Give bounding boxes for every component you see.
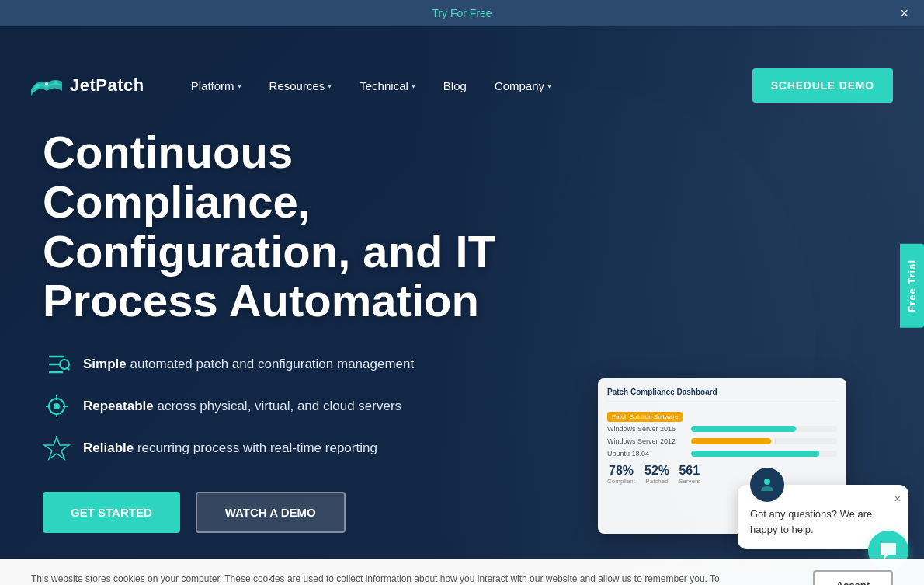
banner-close-icon[interactable]: × <box>900 5 908 22</box>
dash-bar-bg <box>691 426 837 432</box>
feature-2-text: Repeatable across physical, virtual, and… <box>83 397 401 416</box>
dash-bar-bg <box>691 438 837 444</box>
feature-3-text: Reliable recurring process with real-tim… <box>83 439 377 458</box>
svg-point-2 <box>35 84 40 89</box>
nav-company-label: Company <box>495 79 544 92</box>
hero-feature-2: Repeatable across physical, virtual, and… <box>43 392 571 420</box>
accept-cookies-button[interactable]: Accept <box>813 570 893 585</box>
dashboard-highlight: Patch Solution Software <box>607 412 683 422</box>
dash-bar-bg <box>691 451 837 457</box>
feature-2-strong: Repeatable <box>83 399 154 413</box>
nav-resources[interactable]: Resources ▾ <box>269 79 332 92</box>
hero-buttons: GET STARTED WATCH A DEMO <box>43 492 571 533</box>
svg-marker-16 <box>44 437 69 459</box>
nav-links: Platform ▾ Resources ▾ Technical ▾ Blog … <box>191 79 752 92</box>
nav-blog[interactable]: Blog <box>443 79 467 92</box>
stat-servers: 561 Servers <box>679 464 700 485</box>
stat-compliant-label: Compliant <box>607 478 635 485</box>
stat-compliant-num: 78% <box>607 464 635 478</box>
watch-demo-button[interactable]: WATCH A DEMO <box>196 492 346 533</box>
get-started-button[interactable]: GET STARTED <box>43 492 180 533</box>
svg-point-11 <box>54 403 60 409</box>
hero-content: Continuous Compliance, Configuration, an… <box>43 127 571 533</box>
hero-title: Continuous Compliance, Configuration, an… <box>43 127 571 326</box>
technical-chevron-icon: ▾ <box>412 82 415 90</box>
stat-patched-label: Patched <box>644 478 669 485</box>
hero-section: Patch Compliance Dashboard Patch Solutio… <box>0 26 924 585</box>
cookie-text: This website stores cookies on your comp… <box>31 572 730 586</box>
navbar: JetPatch Platform ▾ Resources ▾ Technica… <box>0 54 924 117</box>
nav-blog-label: Blog <box>443 79 467 92</box>
logo-text: JetPatch <box>70 75 144 96</box>
logo-icon <box>31 74 62 97</box>
nav-technical[interactable]: Technical ▾ <box>360 79 415 92</box>
nav-platform[interactable]: Platform ▾ <box>191 79 241 92</box>
svg-point-4 <box>54 81 57 84</box>
hero-feature-1: Simple automated patch and configuration… <box>43 350 571 378</box>
dashboard-header: Patch Compliance Dashboard <box>607 388 837 402</box>
dash-row-label: Ubuntu 18.04 <box>607 450 685 458</box>
feature-3-rest: recurring process with real-time reporti… <box>134 440 377 455</box>
feature-1-text: Simple automated patch and configuration… <box>83 355 414 374</box>
cookie-text-content: This website stores cookies on your comp… <box>31 573 720 586</box>
company-chevron-icon: ▾ <box>547 82 551 90</box>
nav-resources-label: Resources <box>269 79 325 92</box>
free-trial-tab[interactable]: Free Trial <box>900 244 924 328</box>
nav-technical-label: Technical <box>360 79 408 92</box>
resources-chevron-icon: ▾ <box>328 82 332 90</box>
hero-feature-3: Reliable recurring process with real-tim… <box>43 434 571 462</box>
cookie-banner: This website stores cookies on your comp… <box>0 559 924 585</box>
dash-bar <box>691 451 819 457</box>
feature-2-rest: across physical, virtual, and cloud serv… <box>154 399 401 413</box>
svg-line-9 <box>67 367 69 370</box>
try-for-free-link[interactable]: Try For Free <box>432 7 492 19</box>
repeatable-icon <box>43 392 71 420</box>
reliable-icon <box>43 434 71 462</box>
logo[interactable]: JetPatch <box>31 74 144 97</box>
dash-row-2: Windows Server 2012 <box>607 437 837 445</box>
chat-close-icon[interactable]: × <box>894 493 901 505</box>
dash-row-3: Ubuntu 18.04 <box>607 450 837 458</box>
svg-point-18 <box>764 479 770 485</box>
dash-row-label: Windows Server 2012 <box>607 437 685 445</box>
stat-servers-num: 561 <box>679 464 700 478</box>
schedule-demo-button[interactable]: SCHEDULE DEMO <box>752 68 893 103</box>
stat-patched: 52% Patched <box>644 464 669 485</box>
feature-3-strong: Reliable <box>83 440 134 455</box>
dash-bar <box>691 426 796 432</box>
nav-company[interactable]: Company ▾ <box>495 79 551 92</box>
stat-compliant: 78% Compliant <box>607 464 635 485</box>
svg-point-3 <box>45 82 48 85</box>
simple-icon <box>43 350 71 378</box>
stat-patched-num: 52% <box>644 464 669 478</box>
feature-1-strong: Simple <box>83 357 127 371</box>
chat-avatar-icon <box>750 468 784 502</box>
top-banner: Try For Free × <box>0 0 924 26</box>
chat-message: Got any questions? We are happy to help. <box>750 507 896 537</box>
platform-chevron-icon: ▾ <box>238 82 241 90</box>
free-trial-label: Free Trial <box>906 259 918 312</box>
dash-bar <box>691 438 771 444</box>
feature-1-rest: automated patch and configuration manage… <box>127 357 414 371</box>
stat-servers-label: Servers <box>679 478 700 485</box>
dashboard-stats: 78% Compliant 52% Patched 561 Servers <box>607 464 837 485</box>
dash-row-1: Windows Server 2016 <box>607 425 837 433</box>
nav-platform-label: Platform <box>191 79 234 92</box>
dash-row-label: Windows Server 2016 <box>607 425 685 433</box>
